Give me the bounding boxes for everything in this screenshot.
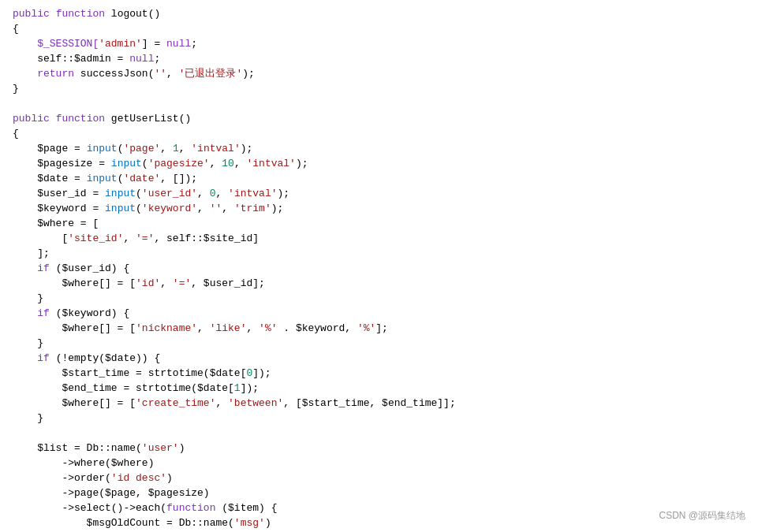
code-token: , <box>215 396 228 411</box>
code-token: function <box>56 6 105 21</box>
code-token: $list = Db::name( <box>13 441 142 456</box>
code-token: ); <box>241 141 253 156</box>
table-row: { <box>0 126 758 141</box>
table-row: $where[] = ['create_time', 'between', [$… <box>0 396 758 411</box>
code-token: '=' <box>173 276 191 291</box>
code-token: null <box>129 51 154 66</box>
code-token: $keyword = <box>13 201 105 216</box>
table-row: $where = [ <box>0 216 758 231</box>
code-token: , <box>160 141 173 156</box>
table-row <box>0 96 758 111</box>
code-container: public function logout(){ $_SESSION['adm… <box>0 0 758 532</box>
code-token: public <box>13 111 50 126</box>
code-token: input <box>87 141 118 156</box>
code-token: , []); <box>160 171 197 186</box>
code-token <box>13 351 37 366</box>
code-token: 'intval' <box>191 141 240 156</box>
code-token: 'id desc' <box>111 471 166 485</box>
code-token: , $user_id]; <box>191 276 265 291</box>
code-token: , [$start_time, $end_time]]; <box>283 396 455 411</box>
code-token: 'nickname' <box>136 321 197 336</box>
code-token <box>13 261 37 276</box>
table-row: $msgOldCount = Db::name('msg') <box>0 515 758 530</box>
table-row: $where[] = ['id', '=', $user_id]; <box>0 276 758 291</box>
table-row: ->where($where) <box>0 456 758 471</box>
code-token: , <box>123 231 136 246</box>
code-token: if <box>37 351 50 366</box>
code-token: ($keyword) { <box>50 306 129 321</box>
code-token <box>50 6 56 21</box>
code-token: $where = [ <box>13 216 99 231</box>
table-row: ['site_id', '=', self::$site_id] <box>0 231 758 246</box>
code-token: 'site_id' <box>68 231 123 246</box>
code-token: $start_time = strtotime($date[ <box>13 366 246 381</box>
code-token: ]); <box>252 366 271 381</box>
code-token: null <box>166 36 191 51</box>
code-token: logout() <box>105 6 160 21</box>
code-token: } <box>13 81 19 96</box>
code-token: ( <box>118 141 124 156</box>
code-token: '' <box>154 66 166 81</box>
table-row: ->page($page, $pagesize) <box>0 485 758 500</box>
code-token: ] = <box>142 36 166 51</box>
code-token: ->where($where) <box>13 456 154 471</box>
code-token: , <box>197 186 210 201</box>
code-token: 0 <box>246 366 252 381</box>
code-token: 'id' <box>136 276 160 291</box>
code-token <box>13 306 37 321</box>
code-token: '=' <box>136 231 154 246</box>
code-token: { <box>13 21 19 36</box>
table-row: } <box>0 336 758 351</box>
code-token: 1 <box>173 141 179 156</box>
code-token: 1 <box>234 381 241 396</box>
code-token: $msgOldCount = Db::name( <box>13 515 234 530</box>
code-token: ($item) { <box>215 500 277 515</box>
table-row: $_SESSION['admin'] = null; <box>0 36 758 51</box>
code-token: , <box>197 201 210 216</box>
table-row: } <box>0 291 758 306</box>
table-row: self::$admin = null; <box>0 51 758 66</box>
code-token: 'like' <box>210 321 247 336</box>
code-token: 'msg' <box>234 515 265 530</box>
table-row: if ($keyword) { <box>0 306 758 321</box>
code-lines: public function logout(){ $_SESSION['adm… <box>0 6 758 532</box>
code-token: ); <box>242 66 255 81</box>
code-token: , <box>197 321 210 336</box>
code-token: ( <box>118 171 124 186</box>
code-token: $user_id = <box>13 186 105 201</box>
code-token: 'between' <box>228 396 283 411</box>
code-token: ) <box>179 441 185 456</box>
code-token <box>13 66 37 81</box>
code-token: (!empty($date)) { <box>50 351 160 366</box>
code-token: ; <box>191 36 197 51</box>
code-token: ( <box>142 156 148 171</box>
table-row: $where[] = ['nickname', 'like', '%' . $k… <box>0 321 758 336</box>
table-row: $list = Db::name('user') <box>0 441 758 456</box>
code-token: input <box>105 186 136 201</box>
table-row: return successJson('', '已退出登录'); <box>0 66 758 81</box>
code-token: successJson( <box>74 66 154 81</box>
code-token: 'user_id' <box>142 186 197 201</box>
code-token: return <box>37 66 74 81</box>
code-token: , <box>210 156 222 171</box>
code-token: ) <box>166 471 173 485</box>
code-token: ->page($page, $pagesize) <box>13 485 210 500</box>
code-token: 0 <box>210 186 216 201</box>
code-token: self::$admin = <box>13 51 129 66</box>
code-token: 'trim' <box>234 201 271 216</box>
table-row: if ($user_id) { <box>0 261 758 276</box>
code-token: ); <box>296 156 308 171</box>
code-token: $page = <box>13 141 87 156</box>
code-token: 'pagesize' <box>148 156 210 171</box>
code-token: 'user' <box>142 441 179 456</box>
watermark-text: CSDN @源码集结地 <box>659 509 745 523</box>
code-token: 'intval' <box>228 186 277 201</box>
code-token: if <box>37 306 50 321</box>
code-token: , <box>166 66 179 81</box>
code-token: $where[] = [ <box>13 321 136 336</box>
table-row: if (!empty($date)) { <box>0 351 758 366</box>
code-token: if <box>37 261 50 276</box>
table-row: } <box>0 81 758 96</box>
code-token: '已退出登录' <box>179 66 243 81</box>
table-row: ->order('id desc') <box>0 471 758 485</box>
